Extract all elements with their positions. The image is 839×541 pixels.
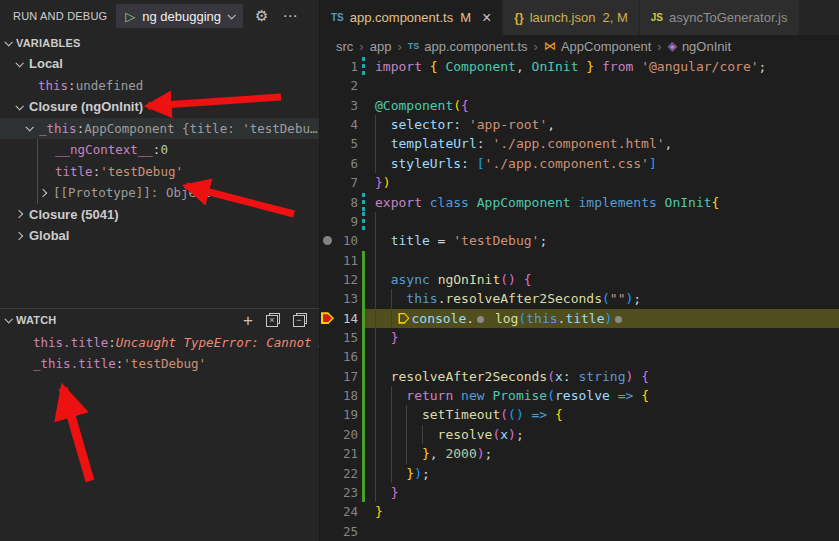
code-line-8[interactable]: 8export class AppComponent implements On… <box>320 193 839 212</box>
chevron-down-icon[interactable] <box>15 102 23 110</box>
breadcrumb-item-src[interactable]: src <box>336 39 353 54</box>
code-text[interactable]: }, 2000); <box>365 444 839 463</box>
add-expression-icon[interactable]: + <box>243 312 253 329</box>
code-line-24[interactable]: 24} <box>320 502 839 521</box>
code-text[interactable]: } <box>365 328 839 347</box>
code-text[interactable]: setTimeout(() => { <box>365 405 839 424</box>
more-actions-icon[interactable]: ⋯ <box>283 7 299 25</box>
gutter-glyph-margin[interactable] <box>320 502 334 521</box>
variable-row[interactable]: title: 'testDebug' <box>0 161 319 183</box>
code-line-4[interactable]: 4 selector: 'app-root', <box>320 115 839 134</box>
gutter-glyph-margin[interactable] <box>320 115 334 134</box>
watch-section-header[interactable]: WATCH + <box>0 309 319 332</box>
code-text[interactable]: this.resolveAfter2Seconds(""); <box>365 289 839 308</box>
gutter-glyph-margin[interactable] <box>320 522 334 541</box>
collapse-all-icon[interactable] <box>293 313 307 327</box>
code-text[interactable]: templateUrl: './app.component.html', <box>365 134 839 153</box>
code-text[interactable] <box>365 212 839 231</box>
gutter-glyph-margin[interactable] <box>320 444 334 463</box>
code-text[interactable]: resolveAfter2Seconds(x: string) { <box>365 367 839 386</box>
chevron-down-icon[interactable] <box>4 315 12 323</box>
code-text[interactable]: return new Promise(resolve => { <box>365 386 839 405</box>
breakpoint-icon[interactable] <box>323 236 332 245</box>
watch-row[interactable]: this.title: Uncaught TypeError: Cannot … <box>0 332 319 354</box>
gutter-glyph-margin[interactable] <box>320 328 334 347</box>
code-line-2[interactable]: 2 <box>320 76 839 95</box>
code-line-23[interactable]: 23 } <box>320 483 839 502</box>
remove-all-expressions-icon[interactable] <box>266 313 280 327</box>
code-text[interactable]: console. log(this.title) <box>365 309 839 328</box>
start-debugging-icon[interactable]: ▷ <box>125 10 135 23</box>
code-line-15[interactable]: 15 } <box>320 328 839 347</box>
scope-row[interactable]: Closure (ngOnInit) <box>0 96 319 118</box>
code-text[interactable]: export class AppComponent implements OnI… <box>365 193 839 212</box>
code-line-7[interactable]: 7}) <box>320 173 839 192</box>
tab-app.component.ts[interactable]: TSapp.component.tsM× <box>320 0 503 35</box>
gutter-glyph-margin[interactable] <box>320 425 334 444</box>
code-text[interactable] <box>365 347 839 366</box>
code-text[interactable] <box>365 522 839 541</box>
gutter-glyph-margin[interactable] <box>320 309 334 328</box>
breadcrumb-item-app[interactable]: app <box>370 39 392 54</box>
inline-breakpoint-dot-icon[interactable] <box>477 316 484 323</box>
chevron-right-icon[interactable] <box>15 210 23 218</box>
gutter-glyph-margin[interactable] <box>320 212 334 231</box>
code-line-21[interactable]: 21 }, 2000); <box>320 444 839 463</box>
chevron-down-icon[interactable] <box>4 38 12 46</box>
gutter-glyph-margin[interactable] <box>320 367 334 386</box>
chevron-right-icon[interactable] <box>39 189 47 197</box>
code-text[interactable] <box>365 251 839 270</box>
gutter-glyph-margin[interactable] <box>320 289 334 308</box>
code-line-17[interactable]: 17 resolveAfter2Seconds(x: string) { <box>320 367 839 386</box>
code-text[interactable]: title = 'testDebug'; <box>365 231 839 250</box>
scope-row[interactable]: Closure (5041) <box>0 204 319 226</box>
gear-icon[interactable]: ⚙ <box>255 7 268 25</box>
gutter-glyph-margin[interactable] <box>320 173 334 192</box>
code-line-13[interactable]: 13 this.resolveAfter2Seconds(""); <box>320 289 839 308</box>
gutter-glyph-margin[interactable] <box>320 134 334 153</box>
code-text[interactable]: selector: 'app-root', <box>365 115 839 134</box>
code-line-14[interactable]: 14 console. log(this.title) <box>320 309 839 328</box>
code-text[interactable]: styleUrls: ['./app.component.css'] <box>365 154 839 173</box>
breadcrumb-item-app.component.ts[interactable]: TSapp.component.ts <box>408 39 528 54</box>
gutter-glyph-margin[interactable] <box>320 483 334 502</box>
code-line-10[interactable]: 10 title = 'testDebug'; <box>320 231 839 250</box>
variable-row[interactable]: [[Prototype]]: Object <box>0 182 319 204</box>
scope-row[interactable]: Local <box>0 53 319 75</box>
code-line-25[interactable]: 25 <box>320 522 839 541</box>
code-text[interactable]: resolve(x); <box>365 425 839 444</box>
chevron-down-icon[interactable] <box>25 123 33 131</box>
chevron-down-icon[interactable] <box>15 59 23 67</box>
code-line-16[interactable]: 16 <box>320 347 839 366</box>
code-line-18[interactable]: 18 return new Promise(resolve => { <box>320 386 839 405</box>
code-line-1[interactable]: 1import { Component, OnInit } from '@ang… <box>320 57 839 76</box>
code-line-22[interactable]: 22 }); <box>320 464 839 483</box>
code-line-19[interactable]: 19 setTimeout(() => { <box>320 405 839 424</box>
code-text[interactable]: } <box>365 483 839 502</box>
tab-asyncToGenerator.js[interactable]: JSasyncToGenerator.js <box>640 0 800 35</box>
code-text[interactable]: import { Component, OnInit } from '@angu… <box>365 57 839 76</box>
variables-section-header[interactable]: VARIABLES <box>0 32 319 53</box>
scope-row[interactable]: Global <box>0 225 319 247</box>
gutter-glyph-margin[interactable] <box>320 251 334 270</box>
breadcrumb-item-AppComponent[interactable]: ⋈AppComponent <box>544 39 651 54</box>
code-text[interactable]: } <box>365 502 839 521</box>
code-line-6[interactable]: 6 styleUrls: ['./app.component.css'] <box>320 154 839 173</box>
variable-row[interactable]: __ngContext__: 0 <box>0 139 319 161</box>
tab-launch.json[interactable]: {}launch.json2, M <box>503 0 639 35</box>
chevron-right-icon[interactable] <box>15 232 23 240</box>
code-line-9[interactable]: 9 <box>320 212 839 231</box>
close-icon[interactable]: × <box>482 10 491 26</box>
variable-row[interactable]: this: undefined <box>0 75 319 97</box>
gutter-glyph-margin[interactable] <box>320 76 334 95</box>
code-text[interactable]: }) <box>365 173 839 192</box>
code-line-3[interactable]: 3@Component({ <box>320 96 839 115</box>
variable-row[interactable]: _this: AppComponent {title: 'testDebu… <box>0 118 319 140</box>
watch-row[interactable]: _this.title: 'testDebug' <box>0 353 319 375</box>
code-line-12[interactable]: 12 async ngOnInit() { <box>320 270 839 289</box>
gutter-glyph-margin[interactable] <box>320 347 334 366</box>
gutter-glyph-margin[interactable] <box>320 154 334 173</box>
code-line-20[interactable]: 20 resolve(x); <box>320 425 839 444</box>
code-text[interactable] <box>365 76 839 95</box>
gutter-glyph-margin[interactable] <box>320 231 334 250</box>
